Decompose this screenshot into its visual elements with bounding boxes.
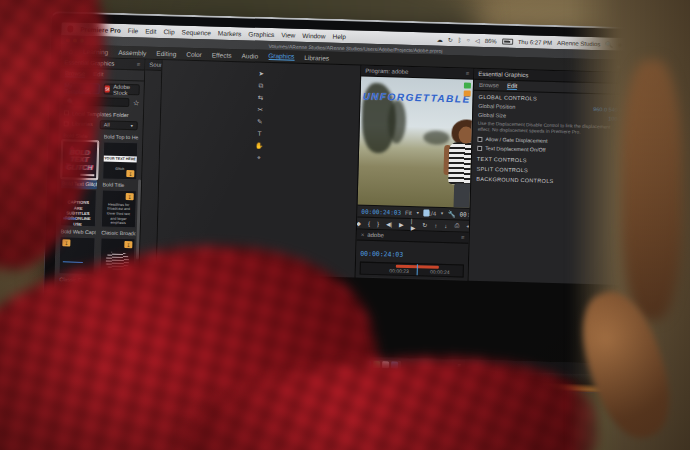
template-sync-badge: [62, 239, 70, 246]
ruler-label: 00:00:23: [389, 267, 409, 274]
workspace-color[interactable]: Color: [186, 50, 202, 57]
property-label: Global Size: [478, 111, 506, 118]
razor-tool-icon[interactable]: ✂: [257, 107, 263, 113]
tab-source[interactable]: Source: (no clip): [149, 62, 161, 69]
marker-badge: [464, 90, 471, 96]
mini-timeline-ruler[interactable]: 00:00:23 00:00:24: [360, 262, 464, 278]
track-select-tool-icon[interactable]: ⧉: [258, 83, 263, 89]
step-forward-button[interactable]: |▶: [411, 218, 416, 231]
workspace-libraries[interactable]: Libraries: [304, 53, 329, 61]
battery-percent: 86%: [485, 38, 497, 44]
tab-mini-sequence[interactable]: adobe: [367, 232, 384, 238]
template-thumb-bold-title[interactable]: YOUR TEXT HERE Glitch: [102, 141, 139, 180]
hand-fingers: [622, 60, 682, 320]
menu-sequence[interactable]: Sequence: [182, 29, 211, 37]
panel-menu-icon[interactable]: ≡: [137, 61, 141, 67]
workspace-graphics[interactable]: Graphics: [268, 52, 294, 61]
adobe-stock-logo: St: [105, 85, 111, 92]
zoom-level-dropdown[interactable]: Fit: [405, 209, 412, 215]
panel-title: Essential Graphics: [478, 71, 528, 78]
type-tool-icon[interactable]: T: [257, 131, 261, 137]
progress-line: [63, 261, 83, 263]
add-marker-button[interactable]: ◆: [356, 220, 361, 227]
tab-browse[interactable]: Browse: [479, 82, 499, 89]
wifi-icon[interactable]: ⌔: [466, 37, 470, 44]
cloud-icon[interactable]: ☁: [437, 36, 443, 43]
adobe-stock-filter-button[interactable]: St Adobe Stock: [104, 83, 140, 95]
menubar-clock[interactable]: Thu 6:27 PM: [518, 38, 553, 45]
panel-menu-icon[interactable]: ≡: [466, 71, 470, 77]
checkbox[interactable]: [477, 146, 482, 151]
workspace-effects[interactable]: Effects: [212, 51, 232, 59]
bluetooth-icon[interactable]: ᛒ: [458, 37, 462, 43]
checkbox[interactable]: [477, 137, 482, 142]
tree-silhouette: [387, 99, 406, 143]
workspace-assembly[interactable]: Assembly: [118, 48, 146, 56]
tab-edit[interactable]: Edit: [507, 82, 518, 89]
favorites-star-icon[interactable]: ☆: [133, 99, 140, 107]
mark-out-button[interactable]: }: [377, 221, 379, 227]
menu-window[interactable]: Window: [302, 32, 325, 40]
checkbox-label: Text Displacement On/Off: [485, 146, 545, 154]
tab-program[interactable]: Program: adobe: [365, 68, 408, 75]
menu-clip[interactable]: Clip: [163, 28, 174, 35]
close-icon[interactable]: ×: [361, 232, 365, 238]
chevron-down-icon: ▼: [440, 211, 444, 216]
loop-button[interactable]: ↻: [422, 221, 427, 228]
mini-timeline-panel: × adobe ≡ 00:00:24:03 00:00:23 00:00:24: [356, 229, 469, 280]
menu-help[interactable]: Help: [332, 33, 346, 40]
program-timecode[interactable]: 00:00:24:03: [361, 208, 401, 216]
ruler-label: 00:00:24: [430, 269, 450, 276]
menu-view[interactable]: View: [281, 31, 295, 38]
program-monitor: Program: adobe≡ UNFORGETTABLE 00:00:24:0…: [356, 66, 474, 281]
clock-sync-icon[interactable]: ↻: [448, 36, 453, 43]
template-sync-badge: [124, 241, 132, 248]
template-sync-badge: [126, 170, 134, 177]
battery-icon: [502, 38, 513, 44]
ripple-edit-tool-icon[interactable]: ⇆: [258, 95, 264, 101]
checkbox-label: Allow / Gate Displacement: [485, 137, 547, 145]
mark-in-button[interactable]: {: [368, 220, 370, 226]
property-label: Global Position: [478, 102, 515, 109]
zoom-tool-icon[interactable]: ⌖: [257, 155, 261, 161]
template-sync-badge: [126, 193, 134, 200]
selection-tool-icon[interactable]: ➤: [258, 71, 264, 77]
export-frame-button[interactable]: ⎙: [454, 222, 459, 229]
lift-button[interactable]: ↑: [434, 222, 437, 228]
workspace-editing[interactable]: Editing: [156, 49, 176, 57]
step-back-button[interactable]: ◀|: [386, 220, 392, 227]
volume-icon[interactable]: ◁: [475, 37, 480, 44]
mini-timeline-timecode[interactable]: 00:00:24:03: [360, 250, 403, 259]
fx-badge: [464, 82, 471, 88]
menu-markers[interactable]: Markers: [218, 30, 242, 38]
menu-file[interactable]: File: [128, 27, 139, 34]
tools-panel: ➤ ⧉ ⇆ ✂ ✎ T ✋ ⌖: [157, 60, 361, 277]
pen-tool-icon[interactable]: ✎: [257, 119, 263, 125]
program-video-frame: UNFORGETTABLE: [358, 77, 474, 208]
scrub-handle[interactable]: [424, 209, 430, 216]
menu-graphics[interactable]: Graphics: [248, 30, 274, 38]
libraries-dropdown[interactable]: All▼: [100, 120, 138, 130]
menu-edit[interactable]: Edit: [145, 28, 156, 35]
video-subject-person: [441, 119, 473, 208]
settings-wrench-icon[interactable]: 🔧: [448, 210, 456, 217]
template-thumb-classic-broadcast-caption[interactable]: Headlines for broadcast and lower third …: [100, 189, 137, 228]
extract-button[interactable]: ↓: [444, 222, 447, 228]
workspace-audio[interactable]: Audio: [242, 52, 259, 59]
hand-tool-icon[interactable]: ✋: [255, 143, 263, 149]
playhead[interactable]: [417, 264, 418, 275]
panel-menu-icon[interactable]: ≡: [461, 234, 465, 240]
play-button[interactable]: ▶: [399, 221, 404, 228]
chevron-down-icon: ▼: [416, 210, 420, 215]
